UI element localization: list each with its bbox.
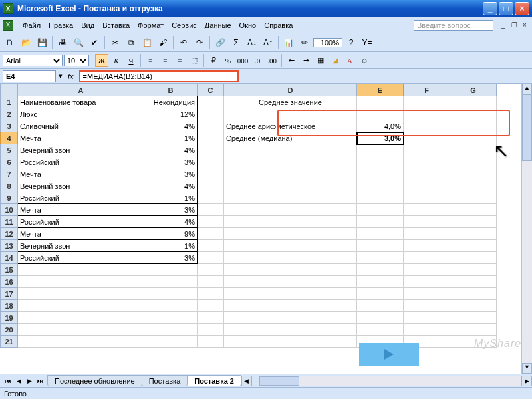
- doc-minimize-button[interactable]: _: [499, 21, 508, 29]
- cell[interactable]: [198, 96, 224, 108]
- cell[interactable]: [450, 132, 497, 144]
- cell[interactable]: [404, 312, 450, 324]
- cell[interactable]: 1%: [144, 132, 198, 144]
- tab-next-icon[interactable]: ▶: [24, 376, 35, 386]
- cell[interactable]: [18, 300, 144, 312]
- cell[interactable]: [198, 300, 224, 312]
- cell[interactable]: [450, 180, 497, 192]
- save-icon[interactable]: 💾: [35, 35, 49, 50]
- hyperlink-icon[interactable]: 🔗: [213, 35, 227, 50]
- cell[interactable]: Сливочный: [18, 120, 144, 132]
- sort-asc-icon[interactable]: A↓: [245, 35, 259, 50]
- cell[interactable]: Среднее арифметическое: [224, 120, 357, 132]
- cell[interactable]: [404, 144, 450, 156]
- menu-сервис[interactable]: Сервис: [168, 20, 201, 31]
- cell[interactable]: [404, 108, 450, 120]
- cell[interactable]: [404, 300, 450, 312]
- cell[interactable]: [404, 96, 450, 108]
- cell[interactable]: Российский: [18, 252, 144, 264]
- cell[interactable]: Наименование товара: [18, 96, 144, 108]
- cell[interactable]: [357, 264, 404, 276]
- hscroll-left-icon[interactable]: ◀: [241, 376, 252, 386]
- cell[interactable]: [450, 144, 497, 156]
- doc-close-button[interactable]: ×: [520, 21, 529, 29]
- cell[interactable]: [198, 108, 224, 120]
- menu-файл[interactable]: Файл: [19, 20, 45, 31]
- cell[interactable]: [198, 288, 224, 300]
- menu-вид[interactable]: Вид: [77, 20, 98, 31]
- row-header[interactable]: 7: [1, 168, 18, 180]
- maximize-button[interactable]: □: [499, 2, 513, 15]
- cell[interactable]: [404, 216, 450, 228]
- align-left-icon[interactable]: ≡: [144, 54, 157, 67]
- column-header[interactable]: A: [18, 84, 144, 96]
- cell[interactable]: [450, 192, 497, 204]
- autosum-icon[interactable]: Σ: [229, 35, 243, 50]
- menu-данные[interactable]: Данные: [201, 20, 235, 31]
- cell[interactable]: Российский: [18, 216, 144, 228]
- cell[interactable]: [224, 108, 357, 120]
- percent-icon[interactable]: %: [221, 54, 235, 67]
- row-header[interactable]: 3: [1, 120, 18, 132]
- chart-icon[interactable]: 📊: [281, 35, 296, 50]
- formula-input[interactable]: =МЕДИАНА(B2:B14): [79, 70, 239, 82]
- cell[interactable]: [357, 192, 404, 204]
- cell[interactable]: 4%: [144, 180, 198, 192]
- cell[interactable]: [450, 216, 497, 228]
- cell[interactable]: [144, 312, 198, 324]
- cell[interactable]: [450, 252, 497, 264]
- cell[interactable]: 3%: [144, 156, 198, 168]
- cell[interactable]: Мечта: [18, 132, 144, 144]
- column-header[interactable]: B: [144, 84, 198, 96]
- cell[interactable]: Российский: [18, 156, 144, 168]
- merge-icon[interactable]: ⬚: [188, 54, 201, 67]
- cell[interactable]: [450, 120, 497, 132]
- minimize-button[interactable]: _: [483, 2, 497, 15]
- cell[interactable]: [198, 144, 224, 156]
- cell[interactable]: [144, 276, 198, 288]
- new-icon[interactable]: 🗋: [3, 35, 17, 50]
- scroll-up-icon[interactable]: ▲: [522, 84, 532, 94]
- select-all-corner[interactable]: [1, 84, 18, 96]
- cell[interactable]: [404, 276, 450, 288]
- cell[interactable]: [450, 288, 497, 300]
- column-header[interactable]: G: [450, 84, 497, 96]
- cell[interactable]: Российский: [18, 192, 144, 204]
- increase-decimal-icon[interactable]: .0: [251, 54, 264, 67]
- help-icon[interactable]: ?: [344, 35, 358, 50]
- column-header[interactable]: C: [198, 84, 224, 96]
- cell[interactable]: [198, 336, 224, 348]
- indent-inc-icon[interactable]: ⇥: [299, 54, 313, 67]
- font-size-select[interactable]: 10: [64, 55, 89, 66]
- cell[interactable]: [404, 168, 450, 180]
- borders-icon[interactable]: ▦: [314, 54, 327, 67]
- column-header[interactable]: E: [357, 84, 404, 96]
- cell[interactable]: [224, 180, 357, 192]
- cell[interactable]: [198, 132, 224, 144]
- cell[interactable]: [404, 228, 450, 240]
- cell[interactable]: [198, 228, 224, 240]
- row-header[interactable]: 11: [1, 216, 18, 228]
- cell[interactable]: [224, 144, 357, 156]
- cell[interactable]: [224, 288, 357, 300]
- cell[interactable]: [198, 156, 224, 168]
- cell[interactable]: 3%: [144, 168, 198, 180]
- cell[interactable]: [450, 204, 497, 216]
- cell[interactable]: [198, 204, 224, 216]
- vertical-scrollbar[interactable]: ▲ ▼: [521, 84, 532, 374]
- horizontal-scrollbar[interactable]: [259, 376, 521, 386]
- copy-icon[interactable]: ⧉: [124, 35, 138, 50]
- cell[interactable]: 1%: [144, 192, 198, 204]
- cell[interactable]: 3,0%: [357, 132, 404, 144]
- cell[interactable]: [357, 300, 404, 312]
- cell[interactable]: 4%: [144, 120, 198, 132]
- scroll-thumb[interactable]: [522, 94, 532, 161]
- cell[interactable]: [357, 204, 404, 216]
- row-header[interactable]: 9: [1, 192, 18, 204]
- cell[interactable]: 3%: [144, 204, 198, 216]
- menu-вставка[interactable]: Вставка: [98, 20, 134, 31]
- row-header[interactable]: 4: [1, 132, 18, 144]
- hscroll-thumb[interactable]: [259, 376, 299, 386]
- comma-icon[interactable]: 000: [236, 54, 249, 67]
- cell[interactable]: 4%: [144, 216, 198, 228]
